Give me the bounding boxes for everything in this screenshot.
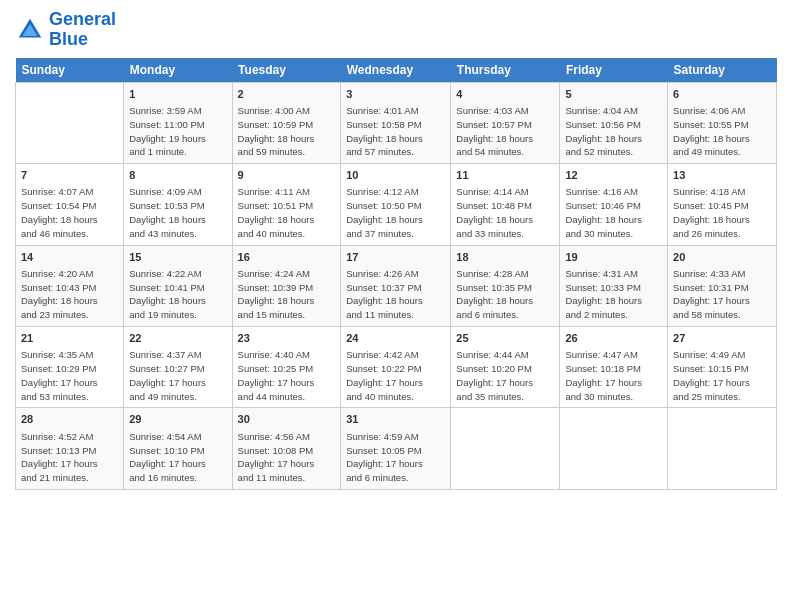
day-number: 4 <box>456 87 554 102</box>
calendar-cell: 29Sunrise: 4:54 AM Sunset: 10:10 PM Dayl… <box>124 408 232 489</box>
calendar-header-row: SundayMondayTuesdayWednesdayThursdayFrid… <box>16 58 777 83</box>
calendar-cell: 18Sunrise: 4:28 AM Sunset: 10:35 PM Dayl… <box>451 245 560 326</box>
day-info: Sunrise: 4:16 AM Sunset: 10:46 PM Daylig… <box>565 185 662 240</box>
day-info: Sunrise: 4:49 AM Sunset: 10:15 PM Daylig… <box>673 348 771 403</box>
calendar-cell: 30Sunrise: 4:56 AM Sunset: 10:08 PM Dayl… <box>232 408 341 489</box>
logo-icon <box>15 15 45 45</box>
day-number: 9 <box>238 168 336 183</box>
day-info: Sunrise: 3:59 AM Sunset: 11:00 PM Daylig… <box>129 104 226 159</box>
day-number: 23 <box>238 331 336 346</box>
day-info: Sunrise: 4:06 AM Sunset: 10:55 PM Daylig… <box>673 104 771 159</box>
calendar-cell: 12Sunrise: 4:16 AM Sunset: 10:46 PM Dayl… <box>560 164 668 245</box>
day-number: 19 <box>565 250 662 265</box>
day-info: Sunrise: 4:52 AM Sunset: 10:13 PM Daylig… <box>21 430 118 485</box>
day-number: 24 <box>346 331 445 346</box>
calendar-cell: 10Sunrise: 4:12 AM Sunset: 10:50 PM Dayl… <box>341 164 451 245</box>
day-number: 8 <box>129 168 226 183</box>
calendar-week-4: 21Sunrise: 4:35 AM Sunset: 10:29 PM Dayl… <box>16 326 777 407</box>
calendar-week-1: 1Sunrise: 3:59 AM Sunset: 11:00 PM Dayli… <box>16 82 777 163</box>
day-info: Sunrise: 4:12 AM Sunset: 10:50 PM Daylig… <box>346 185 445 240</box>
day-number: 30 <box>238 412 336 427</box>
calendar-cell: 8Sunrise: 4:09 AM Sunset: 10:53 PM Dayli… <box>124 164 232 245</box>
day-number: 20 <box>673 250 771 265</box>
logo: General Blue <box>15 10 116 50</box>
col-header-sunday: Sunday <box>16 58 124 83</box>
calendar-week-5: 28Sunrise: 4:52 AM Sunset: 10:13 PM Dayl… <box>16 408 777 489</box>
day-number: 22 <box>129 331 226 346</box>
day-number: 13 <box>673 168 771 183</box>
day-info: Sunrise: 4:22 AM Sunset: 10:41 PM Daylig… <box>129 267 226 322</box>
calendar-cell: 21Sunrise: 4:35 AM Sunset: 10:29 PM Dayl… <box>16 326 124 407</box>
col-header-monday: Monday <box>124 58 232 83</box>
calendar-cell: 23Sunrise: 4:40 AM Sunset: 10:25 PM Dayl… <box>232 326 341 407</box>
day-info: Sunrise: 4:40 AM Sunset: 10:25 PM Daylig… <box>238 348 336 403</box>
day-number: 31 <box>346 412 445 427</box>
day-info: Sunrise: 4:24 AM Sunset: 10:39 PM Daylig… <box>238 267 336 322</box>
day-number: 6 <box>673 87 771 102</box>
calendar-cell: 28Sunrise: 4:52 AM Sunset: 10:13 PM Dayl… <box>16 408 124 489</box>
calendar-cell: 20Sunrise: 4:33 AM Sunset: 10:31 PM Dayl… <box>668 245 777 326</box>
day-number: 14 <box>21 250 118 265</box>
calendar-cell: 22Sunrise: 4:37 AM Sunset: 10:27 PM Dayl… <box>124 326 232 407</box>
day-number: 21 <box>21 331 118 346</box>
calendar-cell <box>668 408 777 489</box>
calendar-cell: 7Sunrise: 4:07 AM Sunset: 10:54 PM Dayli… <box>16 164 124 245</box>
day-number: 5 <box>565 87 662 102</box>
calendar-week-3: 14Sunrise: 4:20 AM Sunset: 10:43 PM Dayl… <box>16 245 777 326</box>
day-number: 18 <box>456 250 554 265</box>
day-number: 7 <box>21 168 118 183</box>
day-info: Sunrise: 4:35 AM Sunset: 10:29 PM Daylig… <box>21 348 118 403</box>
calendar-cell: 4Sunrise: 4:03 AM Sunset: 10:57 PM Dayli… <box>451 82 560 163</box>
day-info: Sunrise: 4:44 AM Sunset: 10:20 PM Daylig… <box>456 348 554 403</box>
day-info: Sunrise: 4:28 AM Sunset: 10:35 PM Daylig… <box>456 267 554 322</box>
calendar-cell: 27Sunrise: 4:49 AM Sunset: 10:15 PM Dayl… <box>668 326 777 407</box>
day-info: Sunrise: 4:20 AM Sunset: 10:43 PM Daylig… <box>21 267 118 322</box>
day-number: 29 <box>129 412 226 427</box>
calendar-cell: 1Sunrise: 3:59 AM Sunset: 11:00 PM Dayli… <box>124 82 232 163</box>
day-info: Sunrise: 4:42 AM Sunset: 10:22 PM Daylig… <box>346 348 445 403</box>
day-info: Sunrise: 4:11 AM Sunset: 10:51 PM Daylig… <box>238 185 336 240</box>
col-header-wednesday: Wednesday <box>341 58 451 83</box>
calendar-cell: 2Sunrise: 4:00 AM Sunset: 10:59 PM Dayli… <box>232 82 341 163</box>
logo-text: General Blue <box>49 10 116 50</box>
day-number: 3 <box>346 87 445 102</box>
day-number: 25 <box>456 331 554 346</box>
day-info: Sunrise: 4:09 AM Sunset: 10:53 PM Daylig… <box>129 185 226 240</box>
day-number: 11 <box>456 168 554 183</box>
calendar-cell: 13Sunrise: 4:18 AM Sunset: 10:45 PM Dayl… <box>668 164 777 245</box>
day-info: Sunrise: 4:47 AM Sunset: 10:18 PM Daylig… <box>565 348 662 403</box>
day-number: 12 <box>565 168 662 183</box>
day-number: 27 <box>673 331 771 346</box>
day-info: Sunrise: 4:00 AM Sunset: 10:59 PM Daylig… <box>238 104 336 159</box>
calendar-cell: 3Sunrise: 4:01 AM Sunset: 10:58 PM Dayli… <box>341 82 451 163</box>
calendar-cell: 25Sunrise: 4:44 AM Sunset: 10:20 PM Dayl… <box>451 326 560 407</box>
day-info: Sunrise: 4:01 AM Sunset: 10:58 PM Daylig… <box>346 104 445 159</box>
day-info: Sunrise: 4:33 AM Sunset: 10:31 PM Daylig… <box>673 267 771 322</box>
day-number: 16 <box>238 250 336 265</box>
col-header-tuesday: Tuesday <box>232 58 341 83</box>
calendar-cell: 5Sunrise: 4:04 AM Sunset: 10:56 PM Dayli… <box>560 82 668 163</box>
col-header-friday: Friday <box>560 58 668 83</box>
day-number: 17 <box>346 250 445 265</box>
day-info: Sunrise: 4:56 AM Sunset: 10:08 PM Daylig… <box>238 430 336 485</box>
calendar-cell: 24Sunrise: 4:42 AM Sunset: 10:22 PM Dayl… <box>341 326 451 407</box>
day-info: Sunrise: 4:26 AM Sunset: 10:37 PM Daylig… <box>346 267 445 322</box>
calendar-cell <box>451 408 560 489</box>
day-number: 2 <box>238 87 336 102</box>
col-header-saturday: Saturday <box>668 58 777 83</box>
calendar-cell: 17Sunrise: 4:26 AM Sunset: 10:37 PM Dayl… <box>341 245 451 326</box>
calendar-cell: 14Sunrise: 4:20 AM Sunset: 10:43 PM Dayl… <box>16 245 124 326</box>
day-info: Sunrise: 4:37 AM Sunset: 10:27 PM Daylig… <box>129 348 226 403</box>
day-number: 1 <box>129 87 226 102</box>
col-header-thursday: Thursday <box>451 58 560 83</box>
calendar-cell: 31Sunrise: 4:59 AM Sunset: 10:05 PM Dayl… <box>341 408 451 489</box>
calendar-cell: 9Sunrise: 4:11 AM Sunset: 10:51 PM Dayli… <box>232 164 341 245</box>
day-info: Sunrise: 4:04 AM Sunset: 10:56 PM Daylig… <box>565 104 662 159</box>
day-info: Sunrise: 4:59 AM Sunset: 10:05 PM Daylig… <box>346 430 445 485</box>
day-number: 26 <box>565 331 662 346</box>
calendar-cell <box>560 408 668 489</box>
calendar-week-2: 7Sunrise: 4:07 AM Sunset: 10:54 PM Dayli… <box>16 164 777 245</box>
calendar-cell: 26Sunrise: 4:47 AM Sunset: 10:18 PM Dayl… <box>560 326 668 407</box>
page-header: General Blue <box>15 10 777 50</box>
day-info: Sunrise: 4:03 AM Sunset: 10:57 PM Daylig… <box>456 104 554 159</box>
